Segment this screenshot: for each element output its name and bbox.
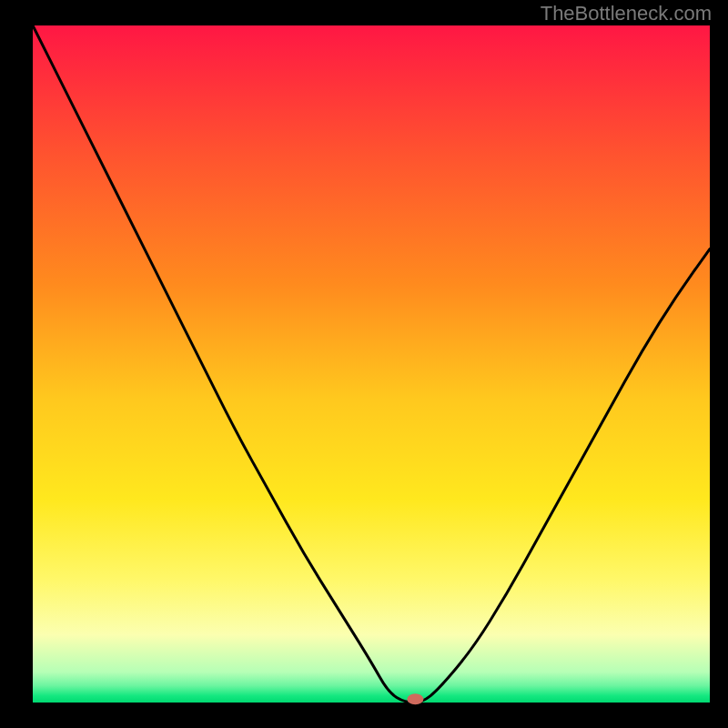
bottleneck-chart xyxy=(0,0,728,728)
chart-frame: TheBottleneck.com xyxy=(0,0,728,728)
watermark-text: TheBottleneck.com xyxy=(541,2,712,25)
optimal-marker xyxy=(407,693,423,704)
plot-background xyxy=(33,25,710,703)
